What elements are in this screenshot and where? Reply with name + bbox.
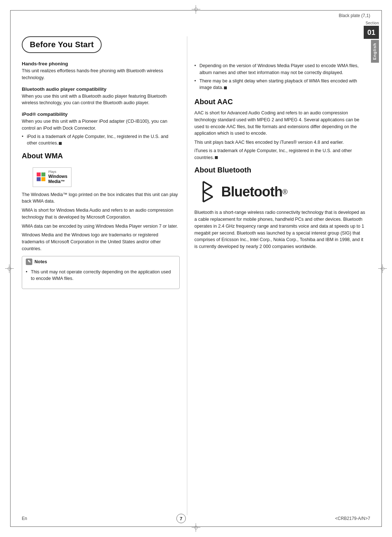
bluetooth-description: Bluetooth is a short-range wireless radi…: [195, 209, 366, 250]
bluetooth-audio-text: When you use this unit with a Bluetooth …: [22, 93, 180, 107]
wma-text2: WMA is short for Windows Media Audio and…: [22, 207, 180, 221]
windows-media-logo-box: Plays Windows Media™: [33, 167, 72, 187]
windows-flag-icon: [37, 172, 46, 182]
ipod-text: When you use this unit with a Pioneer iP…: [22, 118, 180, 132]
flag-tr: [41, 172, 45, 176]
aac-text1: AAC is short for Advanced Audio Coding a…: [195, 110, 366, 137]
bluetooth-b-icon: [198, 180, 218, 203]
hands-free-text: This unit realizes effortless hands-free…: [22, 68, 180, 81]
ipod-bullets: iPod is a trademark of Apple Computer, I…: [22, 133, 180, 147]
section-label: Section: [366, 21, 379, 25]
page-title: Before You Start: [30, 40, 94, 49]
bluetooth-text: Bluetooth: [221, 184, 282, 200]
flag-br: [41, 177, 45, 181]
section-badge: Section 01: [364, 21, 379, 39]
wm-logo-text: Plays Windows Media™: [48, 170, 68, 184]
page-title-box: Before You Start: [22, 36, 102, 53]
end-square-ipod: [59, 142, 62, 145]
about-wma-section: About WMA Plays Windows Media™ The: [22, 152, 180, 289]
end-square-aac: [215, 156, 218, 159]
footer-page-number: 7: [176, 514, 186, 523]
footer-code: <CRB2179-A/N>7: [335, 516, 370, 521]
svg-line-1: [203, 182, 212, 187]
notes-bullets: This unit may not operate correctly depe…: [26, 269, 176, 284]
crosshair-right: [378, 264, 387, 273]
page-header: Black plate (7,1): [22, 13, 370, 18]
about-aac-heading: About AAC: [195, 98, 366, 106]
flag-tl: [37, 172, 41, 176]
wma-text4: Windows Media and the Windows logo are t…: [22, 232, 180, 252]
ipod-section: iPod® compatibility When you use this un…: [22, 111, 180, 147]
section-number: 01: [364, 26, 379, 39]
end-square-wma: [224, 86, 227, 89]
notes-bullet-1: This unit may not operate correctly depe…: [26, 269, 176, 282]
plate-label: Black plate (7,1): [339, 13, 370, 18]
crosshair-left: [5, 264, 14, 273]
svg-line-2: [203, 187, 212, 192]
ipod-bullet-1: iPod is a trademark of Apple Computer, I…: [22, 133, 180, 147]
main-content: Before You Start Hands-free phoning This…: [22, 36, 366, 515]
page-footer: En 7 <CRB2179-A/N>7: [22, 514, 370, 523]
aac-text2: This unit plays back AAC files encoded b…: [195, 139, 366, 146]
notes-header: ✎ Notes: [26, 259, 176, 265]
flag-bl: [37, 177, 41, 181]
left-column: Before You Start Hands-free phoning This…: [22, 36, 187, 515]
svg-line-3: [203, 192, 213, 197]
about-bluetooth-heading: About Bluetooth: [195, 166, 366, 174]
right-bullets: Depending on the version of Windows Medi…: [195, 62, 366, 91]
aac-text3: iTunes is a trademark of Apple Computer,…: [195, 147, 366, 161]
right-top-bullets-section: Depending on the version of Windows Medi…: [195, 62, 366, 91]
about-aac-section: About AAC AAC is short for Advanced Audi…: [195, 98, 366, 161]
crosshair-bottom: [192, 523, 200, 532]
about-wma-heading: About WMA: [22, 152, 180, 160]
crosshair-top: [192, 5, 200, 14]
bluetooth-logo-area: Bluetooth®: [198, 180, 366, 203]
bluetooth-audio-title: Bluetooth audio player compatibility: [22, 86, 180, 92]
pencil-icon: ✎: [26, 259, 32, 265]
english-sidebar-label: English: [371, 40, 379, 63]
hands-free-section: Hands-free phoning This unit realizes ef…: [22, 61, 180, 81]
ipod-title: iPod® compatibility: [22, 111, 180, 117]
wma-text3: WMA data can be encoded by using Windows…: [22, 223, 180, 230]
notes-box: ✎ Notes This unit may not operate correc…: [22, 256, 180, 289]
right-bullet-2: There may be a slight delay when startin…: [195, 78, 366, 91]
right-bullet-1: Depending on the version of Windows Medi…: [195, 62, 366, 76]
wm-plays-label: Plays: [48, 170, 68, 174]
bluetooth-audio-section: Bluetooth audio player compatibility Whe…: [22, 86, 180, 107]
svg-line-4: [203, 197, 213, 202]
hands-free-title: Hands-free phoning: [22, 61, 180, 66]
wm-media-label: Windows Media™: [48, 174, 68, 184]
bluetooth-registered: ®: [282, 188, 288, 196]
footer-en-label: En: [22, 516, 27, 521]
right-column: Depending on the version of Windows Medi…: [187, 36, 366, 515]
wma-text1: The Windows Media™ logo printed on the b…: [22, 191, 180, 205]
about-bluetooth-section: About Bluetooth Bluetooth® Bluetooth is …: [195, 166, 366, 250]
